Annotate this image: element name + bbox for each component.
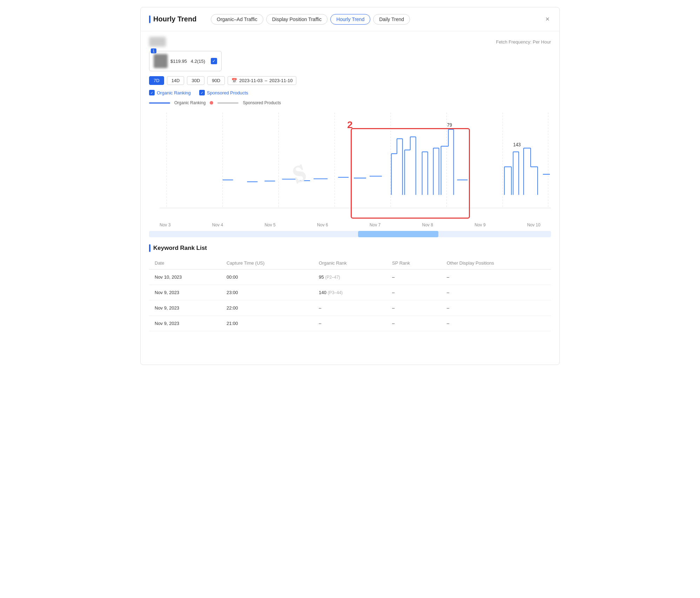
row1-date: Nov 9, 2023 bbox=[149, 285, 221, 300]
col-date: Date bbox=[149, 257, 221, 270]
legend-sponsored-dot bbox=[210, 101, 213, 105]
checkbox-sponsored[interactable]: ✓ Sponsored Products bbox=[199, 90, 248, 95]
row1-sp-rank: – bbox=[386, 285, 441, 300]
chart-svg: 79 143 𝐒 bbox=[149, 109, 551, 221]
legend-organic-line bbox=[149, 102, 170, 104]
product-info-row: Fetch Frequency: Per Hour bbox=[149, 37, 551, 47]
row3-sp-rank: – bbox=[386, 316, 441, 331]
row2-sp-rank: – bbox=[386, 300, 441, 316]
x-label-nov5: Nov 5 bbox=[264, 222, 275, 227]
scrollbar-thumb[interactable] bbox=[358, 231, 438, 237]
sponsored-checkbox-box: ✓ bbox=[199, 90, 205, 95]
organic-checkbox-box: ✓ bbox=[149, 90, 155, 95]
sponsored-checkbox-label: Sponsored Products bbox=[207, 90, 248, 95]
row0-sp-rank: – bbox=[386, 270, 441, 285]
table-row: Nov 9, 2023 23:00 140 (P3–44) – – bbox=[149, 285, 551, 300]
table-row: Nov 9, 2023 21:00 – – – bbox=[149, 316, 551, 331]
tab-daily-trend[interactable]: Daily Trend bbox=[373, 14, 410, 25]
modal-body: Fetch Frequency: Per Hour 1 $119.95 4.2(… bbox=[141, 31, 559, 337]
row3-organic-rank: – bbox=[313, 316, 386, 331]
chart-scrollbar[interactable] bbox=[149, 231, 551, 237]
svg-text:143: 143 bbox=[513, 142, 521, 147]
date-controls: 7D 14D 30D 90D 📅 2023-11-03 – 2023-11-10 bbox=[149, 76, 551, 85]
col-other-display: Other Display Positions bbox=[441, 257, 551, 270]
date-btn-14d[interactable]: 14D bbox=[167, 76, 184, 85]
modal-container: Hourly Trend Organic–Ad Traffic Display … bbox=[140, 7, 560, 365]
row1-organic-rank: 140 (P3–44) bbox=[313, 285, 386, 300]
row2-capture-time: 22:00 bbox=[221, 300, 313, 316]
date-btn-30d[interactable]: 30D bbox=[187, 76, 204, 85]
chart-legend: Organic Ranking Sponsored Products bbox=[149, 100, 551, 105]
x-label-nov7: Nov 7 bbox=[370, 222, 381, 227]
modal-title: Hourly Trend bbox=[153, 15, 196, 23]
tab-hourly-trend[interactable]: Hourly Trend bbox=[330, 14, 370, 25]
legend-organic-label: Organic Ranking bbox=[174, 100, 206, 105]
x-label-nov8: Nov 8 bbox=[422, 222, 433, 227]
date-start: 2023-11-03 bbox=[239, 78, 263, 83]
col-capture-time: Capture Time (US) bbox=[221, 257, 313, 270]
keyword-title-accent bbox=[149, 244, 150, 252]
table-header-row: Date Capture Time (US) Organic Rank SP R… bbox=[149, 257, 551, 270]
date-end: 2023-11-10 bbox=[269, 78, 293, 83]
tab-display-position[interactable]: Display Position Traffic bbox=[266, 14, 328, 25]
row3-date: Nov 9, 2023 bbox=[149, 316, 221, 331]
row1-other-display: – bbox=[441, 285, 551, 300]
svg-text:79: 79 bbox=[447, 122, 452, 128]
row1-capture-time: 23:00 bbox=[221, 285, 313, 300]
table-row: Nov 10, 2023 00:00 95 (P2–47) – – bbox=[149, 270, 551, 285]
product-price-rating: $119.95 4.2(15) bbox=[170, 59, 205, 64]
tab-organic-ad[interactable]: Organic–Ad Traffic bbox=[211, 14, 263, 25]
row2-date: Nov 9, 2023 bbox=[149, 300, 221, 316]
chart-scrollbar-container bbox=[149, 231, 551, 237]
chart-area: 2 bbox=[149, 109, 551, 221]
checkboxes-row: ✓ Organic Ranking ✓ Sponsored Products bbox=[149, 90, 551, 95]
product-card[interactable]: 1 $119.95 4.2(15) ✓ bbox=[149, 51, 222, 71]
row2-organic-rank: – bbox=[313, 300, 386, 316]
close-button[interactable]: × bbox=[544, 14, 551, 25]
row0-organic-rank: 95 (P2–47) bbox=[313, 270, 386, 285]
modal-title-container: Hourly Trend bbox=[149, 15, 205, 23]
x-label-nov4: Nov 4 bbox=[212, 222, 223, 227]
tab-bar: Organic–Ad Traffic Display Position Traf… bbox=[211, 14, 538, 25]
product-checkbox[interactable]: ✓ bbox=[211, 58, 217, 64]
row0-date: Nov 10, 2023 bbox=[149, 270, 221, 285]
col-sp-rank: SP Rank bbox=[386, 257, 441, 270]
modal-header: Hourly Trend Organic–Ad Traffic Display … bbox=[141, 7, 559, 31]
date-range-picker[interactable]: 📅 2023-11-03 – 2023-11-10 bbox=[228, 76, 296, 85]
calendar-icon: 📅 bbox=[231, 78, 237, 83]
fetch-frequency: Fetch Frequency: Per Hour bbox=[496, 39, 551, 45]
keyword-table: Date Capture Time (US) Organic Rank SP R… bbox=[149, 257, 551, 331]
organic-checkbox-label: Organic Ranking bbox=[157, 90, 191, 95]
x-label-nov9: Nov 9 bbox=[474, 222, 485, 227]
row3-other-display: – bbox=[441, 316, 551, 331]
x-label-nov3: Nov 3 bbox=[160, 222, 170, 227]
product-avatar-blur bbox=[149, 37, 166, 47]
keyword-table-wrap: Date Capture Time (US) Organic Rank SP R… bbox=[149, 257, 551, 331]
keyword-section-title: Keyword Rank List bbox=[149, 244, 551, 252]
legend-sponsored-label: Sponsored Products bbox=[243, 100, 281, 105]
product-thumbnail bbox=[154, 54, 168, 68]
legend-sponsored-line bbox=[217, 102, 238, 104]
row0-capture-time: 00:00 bbox=[221, 270, 313, 285]
x-label-nov6: Nov 6 bbox=[317, 222, 328, 227]
row3-capture-time: 21:00 bbox=[221, 316, 313, 331]
x-label-nov10: Nov 10 bbox=[527, 222, 540, 227]
table-row: Nov 9, 2023 22:00 – – – bbox=[149, 300, 551, 316]
date-btn-90d[interactable]: 90D bbox=[207, 76, 225, 85]
x-axis-labels: Nov 3 Nov 4 Nov 5 Nov 6 Nov 7 Nov 8 Nov … bbox=[149, 222, 551, 227]
product-rank-badge: 1 bbox=[151, 48, 156, 53]
svg-text:𝐒: 𝐒 bbox=[290, 160, 309, 188]
row0-other-display: – bbox=[441, 270, 551, 285]
title-accent-bar bbox=[149, 15, 150, 23]
checkbox-organic[interactable]: ✓ Organic Ranking bbox=[149, 90, 191, 95]
keyword-section: Keyword Rank List Date Capture Time (US)… bbox=[149, 244, 551, 331]
date-btn-7d[interactable]: 7D bbox=[149, 76, 164, 85]
date-separator: – bbox=[265, 78, 267, 83]
row2-other-display: – bbox=[441, 300, 551, 316]
col-organic-rank: Organic Rank bbox=[313, 257, 386, 270]
